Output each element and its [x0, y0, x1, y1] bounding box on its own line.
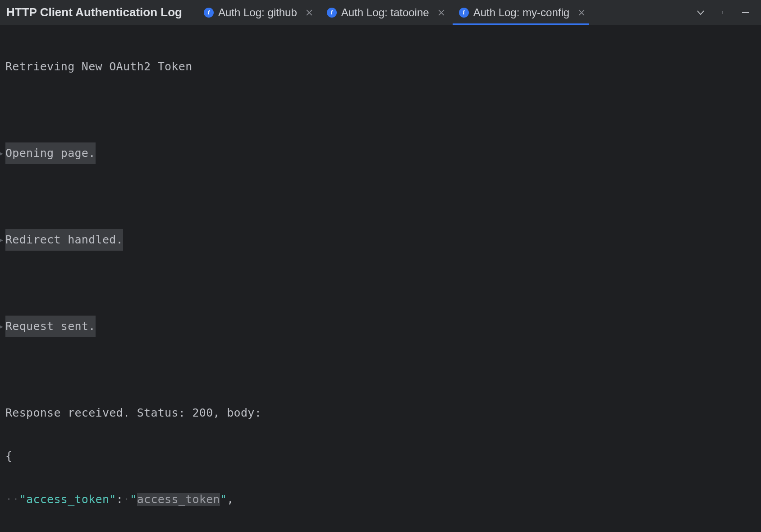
- toolbar-right: [694, 6, 761, 19]
- json-open-brace: {: [5, 445, 756, 467]
- tab-auth-log-github[interactable]: i Auth Log: github: [196, 0, 319, 25]
- tab-label: Auth Log: my-config: [473, 6, 569, 19]
- info-icon: i: [459, 8, 469, 18]
- svg-point-1: [722, 12, 722, 13]
- tab-bar: i Auth Log: github i Auth Log: tatooine …: [196, 0, 591, 25]
- fold-step-opening[interactable]: Opening page.: [5, 142, 756, 164]
- auth-log-editor[interactable]: Retrieving New OAuth2 Token Opening page…: [0, 25, 761, 532]
- chevron-down-icon[interactable]: [694, 6, 707, 19]
- svg-point-2: [722, 13, 722, 14]
- panel-title: HTTP Client Authentication Log: [6, 5, 196, 19]
- info-icon: i: [204, 8, 214, 18]
- json-row-access-token: ··"access_token":·"access_token",: [5, 489, 756, 510]
- more-vertical-icon[interactable]: [717, 6, 729, 19]
- tab-label: Auth Log: github: [218, 6, 297, 19]
- tab-auth-log-tatooine[interactable]: i Auth Log: tatooine: [319, 0, 451, 25]
- close-icon[interactable]: [436, 7, 447, 18]
- fold-step-request[interactable]: Request sent.: [5, 316, 756, 337]
- tab-label: Auth Log: tatooine: [341, 6, 429, 19]
- close-icon[interactable]: [576, 7, 587, 18]
- log-heading: Retrieving New OAuth2 Token: [5, 56, 756, 78]
- fold-step-redirect[interactable]: Redirect handled.: [5, 229, 756, 251]
- close-icon[interactable]: [303, 7, 315, 18]
- panel-titlebar: HTTP Client Authentication Log i Auth Lo…: [0, 0, 761, 25]
- svg-point-0: [722, 11, 722, 12]
- tab-auth-log-myconfig[interactable]: i Auth Log: my-config: [451, 0, 591, 25]
- response-status-line: Response received. Status: 200, body:: [5, 402, 756, 424]
- info-icon: i: [327, 8, 337, 18]
- minimize-icon[interactable]: [739, 6, 752, 19]
